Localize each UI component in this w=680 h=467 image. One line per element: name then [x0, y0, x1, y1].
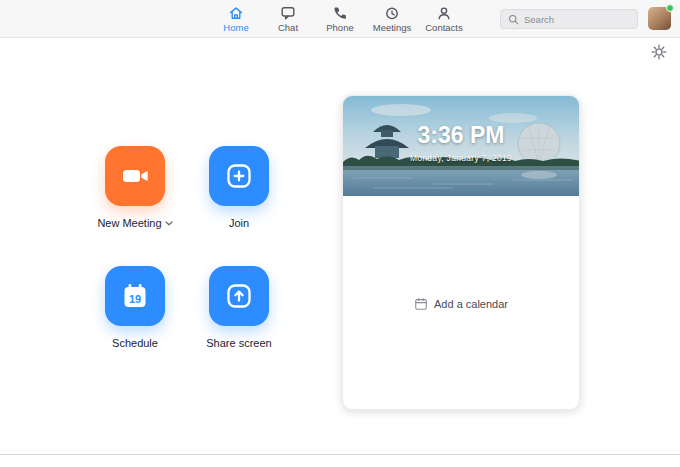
calendar-card-body: Add a calendar: [343, 196, 579, 410]
new-meeting-label: New Meeting: [97, 217, 161, 229]
tab-phone[interactable]: Phone: [316, 0, 364, 38]
user-avatar[interactable]: [648, 7, 671, 30]
tab-chat[interactable]: Chat: [264, 0, 312, 38]
meetings-icon: [384, 5, 400, 21]
share-screen-label: Share screen: [206, 337, 271, 349]
contacts-icon: [436, 5, 452, 21]
schedule-button[interactable]: 19: [105, 266, 165, 326]
action-new-meeting: New Meeting: [95, 146, 175, 229]
video-camera-icon: [119, 160, 151, 192]
tab-home[interactable]: Home: [212, 0, 260, 38]
action-join: Join: [199, 146, 279, 229]
calendar-card-header-image: 3:36 PM Monday, January 7, 2019: [343, 96, 579, 196]
tab-chat-label: Chat: [278, 23, 298, 33]
join-button[interactable]: [209, 146, 269, 206]
clock-date: Monday, January 7, 2019: [343, 153, 579, 163]
top-bar: Home Chat Phone Meetings: [0, 0, 680, 38]
tab-home-label: Home: [223, 23, 248, 33]
main-tabs: Home Chat Phone Meetings: [212, 0, 468, 38]
settings-button[interactable]: [651, 44, 667, 60]
calendar-icon: 19: [120, 281, 150, 311]
home-icon: [228, 5, 244, 21]
phone-icon: [332, 5, 348, 21]
schedule-label: Schedule: [112, 337, 158, 349]
tab-meetings-label: Meetings: [373, 23, 412, 33]
action-share-screen: Share screen: [199, 266, 279, 349]
search-box[interactable]: [500, 9, 638, 29]
gear-icon: [651, 44, 667, 60]
tab-phone-label: Phone: [326, 23, 353, 33]
online-status-dot: [666, 4, 674, 12]
add-calendar-label: Add a calendar: [434, 298, 508, 310]
share-screen-icon: [224, 281, 254, 311]
new-meeting-button[interactable]: [105, 146, 165, 206]
join-label: Join: [229, 217, 249, 229]
calendar-card: 3:36 PM Monday, January 7, 2019 Add a ca…: [342, 95, 580, 410]
action-schedule: 19 Schedule: [95, 266, 175, 349]
chat-icon: [280, 5, 296, 21]
add-calendar-button[interactable]: Add a calendar: [414, 297, 508, 311]
tab-contacts[interactable]: Contacts: [420, 0, 468, 38]
chevron-down-icon[interactable]: [165, 221, 173, 226]
add-calendar-icon: [414, 297, 428, 311]
share-screen-button[interactable]: [209, 266, 269, 326]
search-icon: [508, 14, 519, 25]
plus-icon: [224, 161, 254, 191]
bottom-divider: [0, 454, 680, 455]
search-input[interactable]: [524, 14, 630, 25]
calendar-day-number: 19: [129, 293, 141, 305]
clock-time: 3:36 PM: [343, 122, 579, 149]
tab-meetings[interactable]: Meetings: [368, 0, 416, 38]
tab-contacts-label: Contacts: [425, 23, 463, 33]
